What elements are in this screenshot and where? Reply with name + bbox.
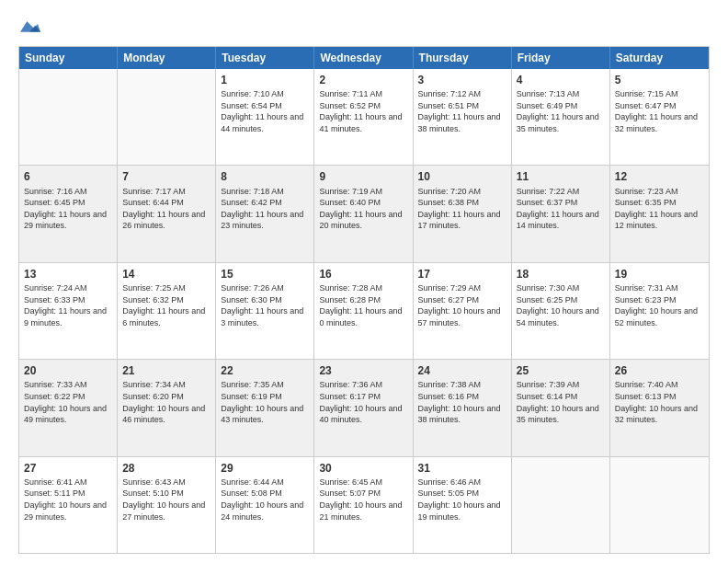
day-number: 9 [319,169,407,184]
day-number: 4 [517,73,605,87]
cell-content: Sunrise: 7:25 AM Sunset: 6:32 PM Dayligh… [122,282,210,328]
cell-content: Sunrise: 7:29 AM Sunset: 6:27 PM Dayligh… [418,282,506,328]
cal-cell-3-1: 21Sunrise: 7:34 AM Sunset: 6:20 PM Dayli… [118,360,216,455]
day-number: 1 [221,73,309,87]
cal-cell-1-4: 10Sunrise: 7:20 AM Sunset: 6:38 PM Dayli… [414,166,512,261]
cal-cell-4-4: 31Sunrise: 6:46 AM Sunset: 5:05 PM Dayli… [414,457,512,553]
cell-content: Sunrise: 7:39 AM Sunset: 6:14 PM Dayligh… [517,379,605,425]
cal-cell-4-2: 29Sunrise: 6:44 AM Sunset: 5:08 PM Dayli… [216,457,314,553]
cal-cell-2-0: 13Sunrise: 7:24 AM Sunset: 6:33 PM Dayli… [19,263,118,359]
cal-cell-1-6: 12Sunrise: 7:23 AM Sunset: 6:35 PM Dayli… [610,166,709,261]
calendar-row-0: 1Sunrise: 7:10 AM Sunset: 6:54 PM Daylig… [19,69,709,165]
cell-content: Sunrise: 7:28 AM Sunset: 6:28 PM Dayligh… [319,282,407,328]
day-number: 18 [517,267,605,282]
day-number: 12 [615,169,704,184]
day-number: 28 [122,461,210,476]
day-number: 19 [615,267,704,282]
cal-cell-2-4: 17Sunrise: 7:29 AM Sunset: 6:27 PM Dayli… [414,263,512,359]
day-number: 3 [418,73,506,87]
cal-cell-2-2: 15Sunrise: 7:26 AM Sunset: 6:30 PM Dayli… [216,263,314,359]
cal-cell-2-5: 18Sunrise: 7:30 AM Sunset: 6:25 PM Dayli… [512,263,610,359]
cal-cell-3-0: 20Sunrise: 7:33 AM Sunset: 6:22 PM Dayli… [19,360,118,455]
day-number: 17 [418,267,506,282]
cell-content: Sunrise: 7:23 AM Sunset: 6:35 PM Dayligh… [615,186,704,232]
cal-cell-4-1: 28Sunrise: 6:43 AM Sunset: 5:10 PM Dayli… [118,457,216,553]
cal-cell-0-6: 5Sunrise: 7:15 AM Sunset: 6:47 PM Daylig… [610,69,709,165]
day-number: 16 [319,267,407,282]
day-number: 20 [24,363,112,378]
cal-cell-3-6: 26Sunrise: 7:40 AM Sunset: 6:13 PM Dayli… [610,360,709,455]
cell-content: Sunrise: 7:31 AM Sunset: 6:23 PM Dayligh… [615,282,704,328]
weekday-header-monday: Monday [118,47,216,69]
cal-cell-3-4: 24Sunrise: 7:38 AM Sunset: 6:16 PM Dayli… [414,360,512,455]
cell-content: Sunrise: 7:38 AM Sunset: 6:16 PM Dayligh… [418,379,506,425]
cal-cell-3-3: 23Sunrise: 7:36 AM Sunset: 6:17 PM Dayli… [314,360,413,455]
calendar-row-2: 13Sunrise: 7:24 AM Sunset: 6:33 PM Dayli… [19,262,709,359]
day-number: 8 [221,169,309,184]
cell-content: Sunrise: 7:33 AM Sunset: 6:22 PM Dayligh… [24,379,112,425]
day-number: 5 [615,73,704,87]
day-number: 31 [418,461,506,476]
calendar-body: 1Sunrise: 7:10 AM Sunset: 6:54 PM Daylig… [19,69,709,553]
cell-content: Sunrise: 7:35 AM Sunset: 6:19 PM Dayligh… [221,379,309,425]
cal-cell-0-0 [19,69,118,165]
cell-content: Sunrise: 7:30 AM Sunset: 6:25 PM Dayligh… [517,282,605,328]
cell-content: Sunrise: 7:10 AM Sunset: 6:54 PM Dayligh… [221,88,309,134]
logo-text [18,17,40,37]
day-number: 25 [517,363,605,378]
cell-content: Sunrise: 7:36 AM Sunset: 6:17 PM Dayligh… [319,379,407,425]
cell-content: Sunrise: 7:11 AM Sunset: 6:52 PM Dayligh… [319,88,407,134]
calendar-row-4: 27Sunrise: 6:41 AM Sunset: 5:11 PM Dayli… [19,456,709,553]
day-number: 30 [319,461,407,476]
cell-content: Sunrise: 6:45 AM Sunset: 5:07 PM Dayligh… [319,477,407,523]
cal-cell-1-3: 9Sunrise: 7:19 AM Sunset: 6:40 PM Daylig… [314,166,413,261]
day-number: 10 [418,169,506,184]
day-number: 2 [319,73,407,87]
cal-cell-4-3: 30Sunrise: 6:45 AM Sunset: 5:07 PM Dayli… [314,457,413,553]
cal-cell-0-5: 4Sunrise: 7:13 AM Sunset: 6:49 PM Daylig… [512,69,610,165]
weekday-header-thursday: Thursday [414,47,512,69]
cal-cell-1-1: 7Sunrise: 7:17 AM Sunset: 6:44 PM Daylig… [118,166,216,261]
day-number: 15 [221,267,309,282]
cell-content: Sunrise: 7:17 AM Sunset: 6:44 PM Dayligh… [122,186,210,232]
cal-cell-1-5: 11Sunrise: 7:22 AM Sunset: 6:37 PM Dayli… [512,166,610,261]
day-number: 6 [24,169,112,184]
cell-content: Sunrise: 6:46 AM Sunset: 5:05 PM Dayligh… [418,477,506,523]
header [18,17,710,37]
cell-content: Sunrise: 7:18 AM Sunset: 6:42 PM Dayligh… [221,186,309,232]
calendar-header: SundayMondayTuesdayWednesdayThursdayFrid… [19,47,709,69]
cell-content: Sunrise: 7:34 AM Sunset: 6:20 PM Dayligh… [122,379,210,425]
cal-cell-0-1 [118,69,216,165]
cell-content: Sunrise: 7:16 AM Sunset: 6:45 PM Dayligh… [24,186,112,232]
cal-cell-4-6 [610,457,709,553]
cal-cell-0-2: 1Sunrise: 7:10 AM Sunset: 6:54 PM Daylig… [216,69,314,165]
weekday-header-sunday: Sunday [19,47,118,69]
weekday-header-wednesday: Wednesday [314,47,413,69]
weekday-header-saturday: Saturday [610,47,709,69]
day-number: 7 [122,169,210,184]
day-number: 14 [122,267,210,282]
calendar-row-3: 20Sunrise: 7:33 AM Sunset: 6:22 PM Dayli… [19,359,709,455]
calendar-row-1: 6Sunrise: 7:16 AM Sunset: 6:45 PM Daylig… [19,165,709,261]
cal-cell-0-4: 3Sunrise: 7:12 AM Sunset: 6:51 PM Daylig… [414,69,512,165]
day-number: 22 [221,363,309,378]
day-number: 27 [24,461,112,476]
cal-cell-1-0: 6Sunrise: 7:16 AM Sunset: 6:45 PM Daylig… [19,166,118,261]
cell-content: Sunrise: 7:20 AM Sunset: 6:38 PM Dayligh… [418,186,506,232]
day-number: 11 [517,169,605,184]
weekday-header-tuesday: Tuesday [216,47,314,69]
cal-cell-2-6: 19Sunrise: 7:31 AM Sunset: 6:23 PM Dayli… [610,263,709,359]
cell-content: Sunrise: 7:15 AM Sunset: 6:47 PM Dayligh… [615,88,704,134]
cell-content: Sunrise: 6:41 AM Sunset: 5:11 PM Dayligh… [24,477,112,523]
cal-cell-1-2: 8Sunrise: 7:18 AM Sunset: 6:42 PM Daylig… [216,166,314,261]
cell-content: Sunrise: 7:12 AM Sunset: 6:51 PM Dayligh… [418,88,506,134]
cell-content: Sunrise: 7:22 AM Sunset: 6:37 PM Dayligh… [517,186,605,232]
cal-cell-3-2: 22Sunrise: 7:35 AM Sunset: 6:19 PM Dayli… [216,360,314,455]
cell-content: Sunrise: 7:13 AM Sunset: 6:49 PM Dayligh… [517,88,605,134]
day-number: 21 [122,363,210,378]
cal-cell-2-3: 16Sunrise: 7:28 AM Sunset: 6:28 PM Dayli… [314,263,413,359]
cell-content: Sunrise: 6:43 AM Sunset: 5:10 PM Dayligh… [122,477,210,523]
day-number: 29 [221,461,309,476]
page: SundayMondayTuesdayWednesdayThursdayFrid… [0,0,728,563]
cell-content: Sunrise: 7:24 AM Sunset: 6:33 PM Dayligh… [24,282,112,328]
